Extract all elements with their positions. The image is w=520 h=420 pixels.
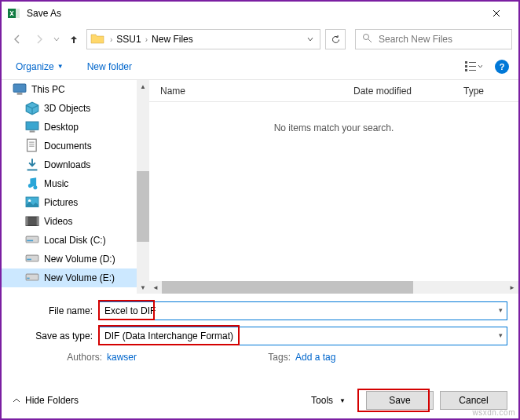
tree-this-pc[interactable]: This PC [2, 80, 137, 99]
desktop-icon [25, 121, 39, 133]
col-type[interactable]: Type [463, 86, 518, 97]
chevron-right-icon[interactable]: › [108, 35, 115, 44]
authors-value[interactable]: kawser [107, 352, 264, 363]
nav-bar: › SSU1 › New Files Search New Files [2, 25, 518, 53]
cube-icon [25, 102, 39, 115]
svg-rect-24 [26, 237, 38, 243]
svg-rect-4 [465, 61, 467, 64]
chevron-right-icon[interactable]: › [143, 35, 150, 44]
hide-folders-button[interactable]: Hide Folders [13, 395, 79, 406]
filename-label: File name: [13, 305, 99, 316]
cancel-button[interactable]: Cancel [440, 391, 507, 410]
new-folder-button[interactable]: New folder [82, 58, 137, 75]
documents-icon [25, 140, 39, 152]
svg-rect-14 [27, 139, 37, 151]
back-button[interactable] [8, 30, 27, 49]
svg-rect-12 [26, 122, 38, 130]
downloads-icon [25, 159, 39, 171]
search-icon [362, 33, 372, 46]
tree-videos[interactable]: Videos [2, 212, 137, 231]
svg-rect-22 [26, 217, 27, 225]
saveastype-label: Save as type: [13, 331, 99, 341]
svg-rect-26 [26, 256, 38, 262]
column-headers: Name Date modified Type [149, 80, 518, 102]
scroll-left-icon[interactable]: ◄ [149, 281, 162, 294]
breadcrumb-newfiles[interactable]: New Files [150, 34, 195, 45]
col-name[interactable]: Name [149, 86, 353, 97]
hscroll-thumb[interactable] [162, 281, 413, 294]
scroll-up-icon[interactable]: ▲ [137, 80, 149, 93]
videos-icon [25, 215, 39, 228]
breadcrumb-ssu1[interactable]: SSU1 [115, 34, 142, 45]
scroll-down-icon[interactable]: ▼ [137, 281, 149, 294]
tree-music[interactable]: Music [2, 174, 137, 193]
tree-pictures[interactable]: Pictures [2, 193, 137, 212]
svg-rect-13 [30, 131, 35, 133]
tree-3d-objects[interactable]: 3D Objects [2, 99, 137, 118]
disk-icon [25, 234, 39, 247]
svg-rect-6 [465, 69, 467, 71]
chevron-up-icon [13, 396, 20, 404]
forward-button[interactable] [30, 30, 49, 49]
disk-icon [25, 253, 39, 265]
svg-rect-28 [26, 275, 38, 281]
save-form: File name: Excel to DIF ▾ Save as type: … [2, 294, 518, 369]
music-icon [25, 177, 39, 190]
svg-rect-11 [17, 93, 23, 95]
svg-rect-1 [16, 9, 20, 18]
footer: Hide Folders Tools▼ Save Cancel [2, 382, 518, 418]
svg-rect-23 [37, 217, 38, 225]
tools-menu[interactable]: Tools▼ [311, 395, 346, 406]
tree-new-volume-e[interactable]: New Volume (E:) [2, 268, 137, 287]
svg-rect-29 [27, 278, 29, 279]
tree-local-disk-c[interactable]: Local Disk (C:) [2, 231, 137, 250]
excel-icon [8, 7, 20, 20]
up-button[interactable] [64, 30, 83, 49]
chevron-down-icon[interactable]: ▾ [499, 331, 503, 339]
address-dropdown[interactable] [304, 34, 317, 45]
svg-rect-25 [27, 240, 33, 242]
tree-downloads[interactable]: Downloads [2, 155, 137, 174]
tags-value[interactable]: Add a tag [295, 352, 452, 363]
recent-dropdown[interactable] [52, 34, 61, 45]
pictures-icon [25, 196, 39, 209]
tree-scrollbar[interactable]: ▲ ▼ [137, 80, 149, 294]
help-button[interactable]: ? [495, 60, 509, 74]
svg-rect-10 [13, 84, 26, 92]
watermark: wsxdn.com [472, 408, 515, 417]
svg-rect-21 [26, 217, 38, 225]
file-list-pane: Name Date modified Type No items match y… [149, 80, 518, 294]
file-hscrollbar[interactable]: ◄ ► [149, 281, 518, 294]
chevron-down-icon[interactable]: ▾ [499, 306, 503, 314]
svg-rect-27 [27, 259, 31, 261]
refresh-button[interactable] [325, 29, 346, 49]
pc-icon [13, 83, 27, 96]
authors-label: Authors: [60, 352, 107, 363]
saveastype-select[interactable]: DIF (Data Interchange Format) ▾ [99, 327, 507, 345]
navigation-tree[interactable]: This PC 3D Objects Desktop Documents Dow… [2, 80, 137, 294]
window-title: Save As [27, 8, 481, 19]
tree-documents[interactable]: Documents [2, 137, 137, 155]
title-bar: Save As [2, 2, 518, 25]
organize-menu[interactable]: Organize▼ [11, 58, 68, 75]
close-button[interactable] [481, 2, 512, 25]
scroll-right-icon[interactable]: ► [506, 281, 518, 294]
scroll-thumb[interactable] [137, 171, 149, 242]
search-placeholder: Search New Files [379, 34, 452, 45]
svg-rect-5 [465, 65, 467, 68]
svg-line-3 [368, 39, 372, 42]
search-input[interactable]: Search New Files [355, 29, 512, 49]
empty-message: No items match your search. [149, 102, 518, 281]
tags-label: Tags: [264, 352, 295, 363]
disk-icon [25, 272, 39, 284]
address-bar[interactable]: › SSU1 › New Files [86, 29, 320, 49]
view-options[interactable] [462, 57, 485, 76]
toolbar: Organize▼ New folder ? [2, 53, 518, 80]
tree-desktop[interactable]: Desktop [2, 118, 137, 137]
col-date[interactable]: Date modified [353, 86, 463, 97]
folder-icon [90, 32, 104, 46]
save-button[interactable]: Save [366, 391, 434, 410]
svg-point-2 [364, 35, 369, 40]
filename-input[interactable]: Excel to DIF ▾ [99, 301, 507, 320]
tree-new-volume-d[interactable]: New Volume (D:) [2, 250, 137, 268]
